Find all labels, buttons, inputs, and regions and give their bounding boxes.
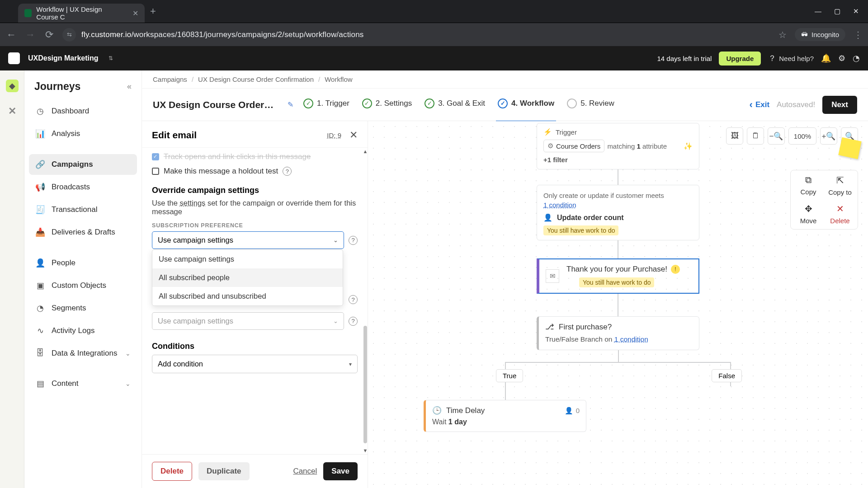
window-close-icon[interactable]: ✕ bbox=[853, 7, 859, 15]
edit-title-icon[interactable]: ✎ bbox=[288, 100, 293, 109]
cancel-link[interactable]: Cancel bbox=[293, 467, 317, 476]
incognito-chip[interactable]: 🕶 Incognito bbox=[795, 28, 845, 41]
chevron-down-icon: ⌄ bbox=[125, 350, 131, 357]
rail-journeys-icon[interactable]: ◆ bbox=[6, 80, 19, 92]
notifications-icon[interactable]: 🔔 bbox=[821, 53, 831, 63]
panel-id[interactable]: ID: 9 bbox=[327, 131, 341, 139]
workspace-name[interactable]: UXDesign Marketing bbox=[28, 54, 99, 62]
sidebar-item-content[interactable]: ▤Content⌄ bbox=[29, 373, 137, 394]
condition-node[interactable]: Only create or update if customer meets … bbox=[537, 185, 699, 240]
clock-icon: 🕒 bbox=[432, 406, 442, 415]
export-icon: ⇱ bbox=[836, 175, 844, 186]
app-logo-icon[interactable] bbox=[8, 52, 20, 64]
sidebar-item-segments[interactable]: ◔Segments bbox=[29, 298, 137, 319]
scroll-down-icon[interactable]: ▼ bbox=[363, 448, 368, 453]
move-action[interactable]: ✥Move bbox=[793, 203, 824, 225]
forward-button[interactable]: → bbox=[24, 29, 36, 41]
trigger-filter[interactable]: +1 filter bbox=[543, 156, 693, 164]
sidebar-item-transactional[interactable]: 🧾Transactional bbox=[29, 199, 137, 220]
secondary-select[interactable]: Use campaign settings ⌄ bbox=[152, 312, 344, 330]
help-icon[interactable]: ? bbox=[283, 167, 292, 176]
sidebar-item-analysis[interactable]: 📊Analysis bbox=[29, 123, 137, 144]
checkbox-icon[interactable] bbox=[152, 168, 159, 175]
help-icon[interactable]: ? bbox=[349, 317, 358, 326]
dd-option-subscribed[interactable]: All subscribed people bbox=[152, 268, 343, 287]
sidebar-item-deliveries[interactable]: 📥Deliveries & Drafts bbox=[29, 222, 137, 243]
check-icon: ✓ bbox=[425, 99, 434, 108]
help-button[interactable]: ？Need help? bbox=[768, 53, 814, 64]
address-bar[interactable]: fly.customer.io/workspaces/160831/journe… bbox=[81, 30, 771, 39]
branch-true[interactable]: True bbox=[496, 369, 523, 382]
branch-cond-link[interactable]: 1 condition bbox=[614, 335, 648, 343]
reload-button[interactable]: ⟳ bbox=[43, 29, 55, 41]
sidebar-item-broadcasts[interactable]: 📢Broadcasts bbox=[29, 177, 137, 197]
settings-link[interactable]: settings bbox=[179, 199, 205, 207]
dd-option-campaign-settings[interactable]: Use campaign settings bbox=[152, 250, 343, 268]
holdout-row[interactable]: Make this message a holdout test ? bbox=[152, 167, 358, 176]
incognito-label: Incognito bbox=[811, 31, 839, 38]
email-node[interactable]: ✉ Thank you for your Purchase! ! You sti… bbox=[537, 258, 699, 294]
step-trigger[interactable]: ✓1. Trigger bbox=[303, 99, 349, 111]
crumb-campaigns[interactable]: Campaigns bbox=[153, 75, 187, 83]
new-tab-button[interactable]: + bbox=[145, 5, 161, 17]
window-minimize-icon[interactable]: — bbox=[815, 7, 821, 15]
bookmark-icon[interactable]: ☆ bbox=[778, 29, 787, 40]
step-settings[interactable]: ✓2. Settings bbox=[362, 99, 412, 111]
condition-link[interactable]: 1 condition bbox=[543, 201, 576, 209]
browser-menu-icon[interactable]: ⋮ bbox=[854, 29, 863, 40]
scroll-up-icon[interactable]: ▲ bbox=[363, 149, 368, 154]
window-maximize-icon[interactable]: ▢ bbox=[834, 7, 840, 15]
sidebar-item-data[interactable]: 🗄Data & Integrations⌄ bbox=[29, 343, 137, 363]
trial-status: 14 days left in trial bbox=[657, 55, 712, 62]
settings-icon[interactable]: ⚙ bbox=[838, 53, 845, 63]
add-condition-select[interactable]: Add condition ▾ bbox=[152, 355, 358, 373]
checkbox-checked-icon[interactable] bbox=[152, 153, 159, 160]
exit-link[interactable]: Exit bbox=[750, 99, 770, 111]
help-icon[interactable]: ? bbox=[349, 295, 358, 304]
app-header: UXDesign Marketing ⇅ 14 days left in tri… bbox=[0, 46, 868, 70]
step-workflow[interactable]: ✓4. Workflow bbox=[498, 99, 554, 111]
sparkle-icon[interactable]: ✨ bbox=[684, 142, 693, 150]
sidebar-item-campaigns[interactable]: 🔗Campaigns bbox=[29, 154, 137, 175]
profile-icon[interactable]: ◔ bbox=[853, 53, 860, 63]
help-icon[interactable]: ? bbox=[349, 236, 358, 245]
sidebar-item-custom-objects[interactable]: ▣Custom Objects bbox=[29, 275, 137, 296]
branch-node[interactable]: ⎇First purchase? True/False Branch on 1 … bbox=[537, 316, 699, 350]
branch-false[interactable]: False bbox=[712, 369, 742, 382]
panel-scrollbar[interactable]: ▲ ▼ bbox=[363, 148, 368, 454]
site-info-icon[interactable]: ⇆ bbox=[62, 28, 76, 42]
sidebar-item-people[interactable]: 👤People bbox=[29, 253, 137, 273]
save-button[interactable]: Save bbox=[323, 462, 358, 480]
dd-option-all[interactable]: All subscribed and unsubscribed bbox=[152, 287, 343, 305]
delete-button[interactable]: Delete bbox=[152, 462, 192, 481]
zoom-in-icon[interactable]: +🔍 bbox=[820, 127, 837, 145]
zoom-out-icon[interactable]: −🔍 bbox=[768, 127, 785, 145]
delete-action[interactable]: ✕Delete bbox=[824, 203, 856, 225]
subscription-pref-select[interactable]: Use campaign settings ⌄ bbox=[152, 231, 344, 249]
trigger-node[interactable]: ⚡Trigger ⚙Course Orders matching 1 attri… bbox=[537, 123, 699, 169]
workflow-canvas[interactable]: 🖼 🗒 −🔍 100% +🔍 🔍 ⧉Copy ⇱Copy to ✥Move ✕D… bbox=[368, 121, 868, 488]
browser-tab[interactable]: Workflow | UX Design Course C ✕ bbox=[18, 4, 145, 23]
copy-action[interactable]: ⧉Copy bbox=[793, 175, 824, 196]
person-icon: 👤 bbox=[565, 407, 573, 415]
sidebar-collapse-icon[interactable]: « bbox=[127, 82, 132, 91]
tab-close-icon[interactable]: ✕ bbox=[132, 9, 138, 18]
back-button[interactable]: ← bbox=[5, 29, 17, 41]
edit-panel: Edit email ID: 9 ✕ Track opens and link … bbox=[142, 121, 368, 488]
panel-close-icon[interactable]: ✕ bbox=[349, 129, 358, 141]
delay-node[interactable]: 🕒Time Delay 👤0 Wait 1 day bbox=[424, 400, 586, 432]
copy-to-action[interactable]: ⇱Copy to bbox=[824, 175, 856, 196]
sidebar-item-dashboard[interactable]: ◷Dashboard bbox=[29, 101, 137, 122]
step-review[interactable]: 5. Review bbox=[567, 99, 614, 111]
rail-x-icon[interactable]: ✕ bbox=[6, 105, 19, 117]
workspace-menu-icon[interactable]: ⇅ bbox=[108, 55, 113, 61]
scroll-thumb[interactable] bbox=[363, 326, 367, 443]
segment-chip[interactable]: ⚙Course Orders bbox=[543, 140, 604, 152]
duplicate-button[interactable]: Duplicate bbox=[198, 462, 250, 480]
zoom-level[interactable]: 100% bbox=[788, 127, 816, 145]
next-button[interactable]: Next bbox=[822, 96, 857, 114]
crumb-campaign-name[interactable]: UX Design Course Order Confirmation bbox=[198, 75, 314, 83]
sidebar-item-activity[interactable]: ∿Activity Logs bbox=[29, 320, 137, 341]
step-goal[interactable]: ✓3. Goal & Exit bbox=[425, 99, 485, 111]
upgrade-button[interactable]: Upgrade bbox=[719, 52, 761, 66]
